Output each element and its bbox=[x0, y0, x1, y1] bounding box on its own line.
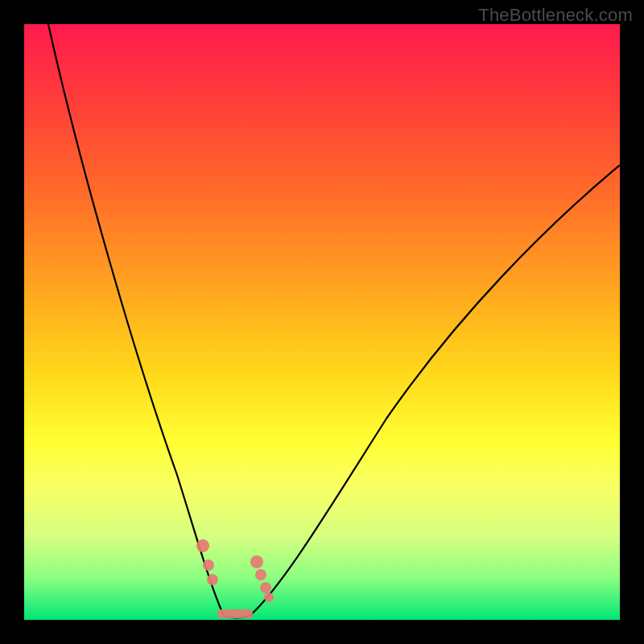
curve-right-branch bbox=[250, 165, 620, 616]
bead-marker bbox=[196, 539, 209, 552]
bead-bottom-segment bbox=[217, 609, 253, 618]
bead-marker bbox=[250, 555, 263, 568]
curve-svg bbox=[24, 24, 620, 620]
bead-marker bbox=[264, 592, 274, 602]
chart-container: TheBottleneck.com bbox=[0, 0, 644, 644]
bead-marker bbox=[260, 582, 271, 593]
bead-marker bbox=[203, 559, 214, 571]
bead-marker bbox=[207, 574, 218, 585]
plot-area bbox=[24, 24, 620, 620]
watermark-text: TheBottleneck.com bbox=[478, 5, 633, 26]
curve-left-branch bbox=[48, 24, 224, 616]
bead-marker bbox=[255, 569, 266, 580]
